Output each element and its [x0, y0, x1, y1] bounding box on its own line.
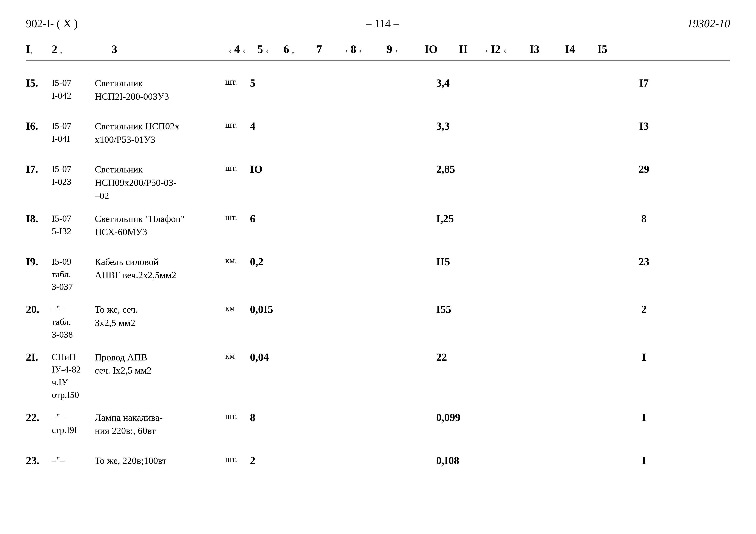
row-unit: км.: [224, 254, 250, 266]
row-col13-value: I: [622, 453, 665, 467]
col-header-6: 6 ,: [276, 43, 302, 56]
row-col9-value: 0,099: [436, 410, 497, 423]
row-col13-value: I3: [622, 119, 665, 132]
row-description: Лампа накалива- ния 220в:, 60вт: [95, 410, 224, 438]
row-ref: СНиП IУ-4-82 ч.IУ отр.I50: [52, 350, 95, 401]
row-number: 23.: [26, 453, 52, 467]
header: 902-I- ( X ) – 114 – 19302-10: [26, 17, 730, 30]
row-description: Провод АПВ сеч. Iх2,5 мм2: [95, 350, 224, 377]
row-number: I6.: [26, 119, 52, 132]
row-col13-value: 8: [622, 211, 665, 225]
row-quantity: 4: [250, 119, 310, 132]
row-ref: I5-07 I-04I: [52, 119, 95, 145]
column-headers: I, 2 , 3 ‹ 4 ‹ 5 ‹ 6 , 7 ‹ 8 ‹ 9 ‹ IO II…: [26, 43, 730, 61]
row-description: То же, сеч. 3х2,5 мм2: [95, 302, 224, 329]
row-number: I8.: [26, 211, 52, 225]
col-header-2: 2 ,: [52, 43, 95, 56]
row-unit: шт.: [224, 76, 250, 87]
row-quantity: 8: [250, 410, 310, 423]
row-ref: –"–: [52, 453, 95, 467]
table-row: 2I.СНиП IУ-4-82 ч.IУ отр.I50Провод АПВ с…: [26, 343, 730, 403]
table-row: I7.I5-07 I-023Светильник НСП09х200/Р50-0…: [26, 155, 730, 205]
row-description: Светильник НСП09х200/Р50-03- –02: [95, 162, 224, 203]
row-quantity: 0,04: [250, 350, 310, 363]
header-center: – 114 –: [366, 17, 399, 30]
row-unit: км: [224, 350, 250, 361]
row-unit: шт.: [224, 119, 250, 130]
row-col9-value: 0,I08: [436, 453, 497, 467]
row-unit: шт.: [224, 410, 250, 421]
col-header-9: 9 ‹: [373, 43, 412, 56]
row-ref: I5-07 I-042: [52, 76, 95, 102]
row-unit: км: [224, 302, 250, 313]
col-header-3: 3: [95, 43, 224, 56]
row-description: Кабель силовой АПВГ веч.2х2,5мм2: [95, 254, 224, 282]
table-row: I8.I5-07 5-I32Светильник "Плафон" ПСХ-60…: [26, 205, 730, 248]
col-header-5: 5 ‹: [250, 43, 276, 56]
row-col9-value: 3,3: [436, 119, 497, 132]
col-header-7: 7: [302, 43, 334, 56]
row-quantity: 2: [250, 453, 310, 467]
row-quantity: 0,2: [250, 254, 310, 268]
row-description: Светильник "Плафон" ПСХ-60МУ3: [95, 211, 224, 239]
row-col9-value: 3,4: [436, 76, 497, 89]
col-header-13: I3: [515, 43, 554, 56]
row-ref: I5-09 табл. 3-037: [52, 254, 95, 293]
row-quantity: 6: [250, 211, 310, 225]
table-row: 20.–"– табл. 3-038То же, сеч. 3х2,5 мм2к…: [26, 295, 730, 343]
row-col9-value: II5: [436, 254, 497, 268]
row-unit: шт.: [224, 453, 250, 464]
row-col13-value: 23: [622, 254, 665, 268]
col-header-8: ‹ 8 ‹: [334, 43, 373, 56]
row-unit: шт.: [224, 162, 250, 173]
row-description: То же, 220в;100вт: [95, 453, 224, 468]
row-ref: I5-07 I-023: [52, 162, 95, 188]
row-col13-value: 2: [622, 302, 665, 316]
row-ref: –"– стр.I9I: [52, 410, 95, 437]
row-number: I5.: [26, 76, 52, 89]
col-header-14: I4: [554, 43, 586, 56]
table-row: I5.I5-07 I-042Светильник НСП2I-200-003У3…: [26, 69, 730, 112]
col-header-12: ‹ I2 ‹: [476, 43, 515, 56]
row-number: I7.: [26, 162, 52, 175]
header-right: 19302-10: [687, 17, 730, 30]
col-header-10: IO: [412, 43, 450, 56]
col-header-4: ‹ 4 ‹: [224, 43, 250, 56]
row-col9-value: I,25: [436, 211, 497, 225]
table-row: I6.I5-07 I-04IСветильник НСП02х х100/P53…: [26, 112, 730, 155]
row-number: 22.: [26, 410, 52, 423]
row-unit: шт.: [224, 211, 250, 222]
data-rows: I5.I5-07 I-042Светильник НСП2I-200-003У3…: [26, 69, 730, 490]
col-header-15: I5: [586, 43, 618, 56]
row-col13-value: I: [622, 410, 665, 423]
header-left: 902-I- ( X ): [26, 17, 78, 30]
row-quantity: 5: [250, 76, 310, 89]
row-col9-value: 2,85: [436, 162, 497, 175]
col-header-11: II: [450, 43, 476, 56]
row-quantity: 0,0I5: [250, 302, 310, 316]
row-number: 2I.: [26, 350, 52, 363]
row-description: Светильник НСП2I-200-003У3: [95, 76, 224, 103]
row-ref: –"– табл. 3-038: [52, 302, 95, 341]
row-col13-value: I: [622, 350, 665, 363]
row-col13-value: I7: [622, 76, 665, 89]
row-description: Светильник НСП02х х100/P53-01У3: [95, 119, 224, 146]
row-number: 20.: [26, 302, 52, 316]
row-quantity: IO: [250, 162, 310, 175]
table-row: 23.–"–То же, 220в;100втшт.20,I08I: [26, 446, 730, 490]
table-row: I9.I5-09 табл. 3-037Кабель силовой АПВГ …: [26, 248, 730, 295]
row-col9-value: I55: [436, 302, 497, 316]
col-header-1: I,: [26, 43, 52, 56]
row-col9-value: 22: [436, 350, 497, 363]
row-col13-value: 29: [622, 162, 665, 175]
page: 902-I- ( X ) – 114 – 19302-10 I, 2 , 3 ‹…: [0, 0, 756, 534]
row-number: I9.: [26, 254, 52, 268]
table-row: 22.–"– стр.I9IЛампа накалива- ния 220в:,…: [26, 403, 730, 446]
row-ref: I5-07 5-I32: [52, 211, 95, 238]
